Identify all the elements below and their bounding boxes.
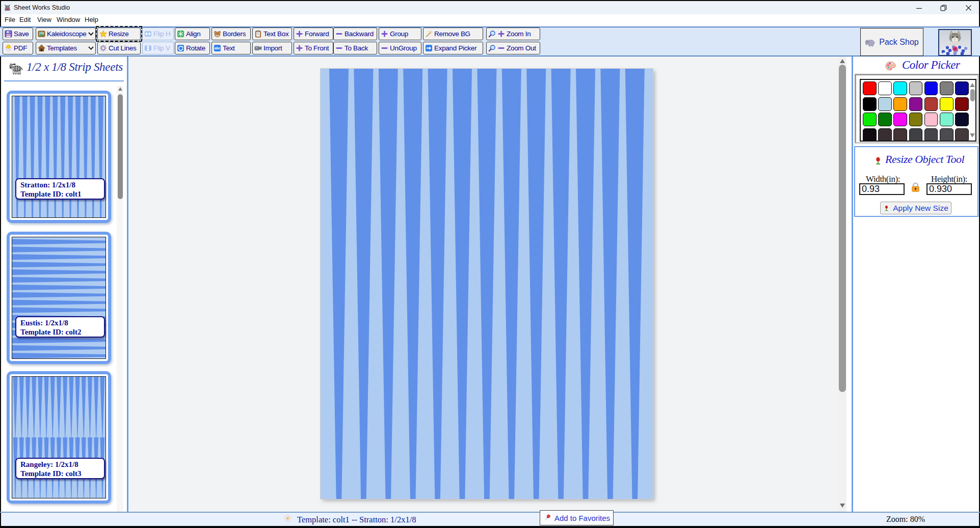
svg-text:abc: abc (215, 46, 220, 50)
